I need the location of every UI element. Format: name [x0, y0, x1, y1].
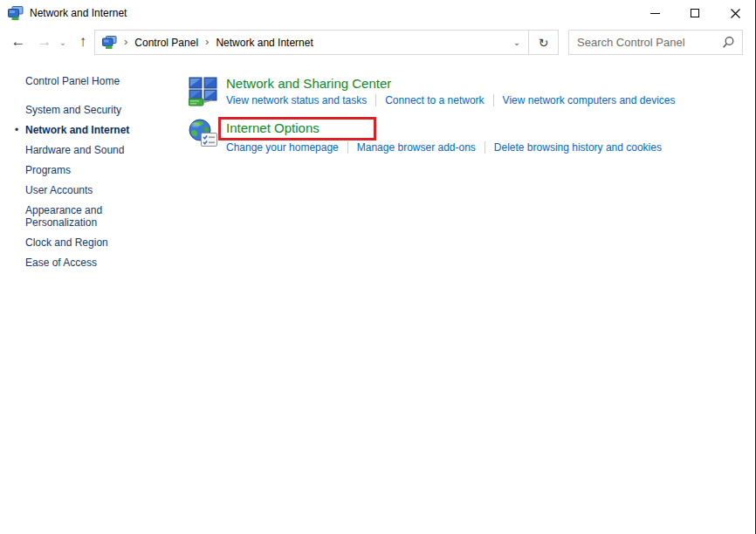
breadcrumb-control-panel[interactable]: Control Panel [134, 37, 198, 49]
network-sharing-center-icon[interactable] [189, 77, 218, 106]
back-button[interactable]: ← [7, 26, 30, 58]
active-bullet-icon: • [15, 124, 18, 136]
close-button[interactable] [715, 0, 755, 26]
sidebar-item-system-and-security[interactable]: System and Security [25, 104, 141, 116]
sidebar-item-ease-of-access[interactable]: Ease of Access [25, 257, 141, 269]
sidebar-item-hardware-and-sound[interactable]: Hardware and Sound [25, 144, 141, 156]
forward-button: → [33, 26, 56, 58]
link-separator [375, 94, 376, 106]
category-links: Change your homepage Manage browser add-… [226, 141, 662, 154]
up-button[interactable]: ↑ [72, 26, 94, 58]
link-separator [493, 94, 494, 106]
task-link-view-network-status[interactable]: View network status and tasks [226, 94, 367, 106]
magnifier-icon[interactable] [721, 36, 735, 50]
refresh-button[interactable]: ↻ [529, 31, 558, 54]
address-bar[interactable]: › Control Panel › Network and Internet ⌄… [94, 30, 559, 55]
sidebar-item-clock-and-region[interactable]: Clock and Region [25, 236, 141, 249]
sidebar: Control Panel Home System and Security •… [0, 58, 185, 277]
internet-options-icon[interactable] [189, 119, 218, 148]
address-dropdown-icon[interactable]: ⌄ [505, 38, 528, 47]
breadcrumb-chevron-icon: › [198, 35, 216, 48]
link-separator [347, 141, 348, 154]
sidebar-item-user-accounts[interactable]: User Accounts [25, 184, 141, 196]
sidebar-item-label: Network and Internet [25, 124, 129, 136]
task-link-connect-to-network[interactable]: Connect to a network [385, 94, 484, 106]
sidebar-item-programs[interactable]: Programs [25, 164, 141, 176]
sidebar-list: Control Panel Home System and Security •… [25, 75, 185, 269]
minimize-icon [650, 13, 660, 14]
sidebar-item-control-panel-home[interactable]: Control Panel Home [25, 75, 141, 87]
task-link-delete-browsing-history[interactable]: Delete browsing history and cookies [494, 141, 662, 154]
task-link-manage-addons[interactable]: Manage browser add-ons [357, 141, 476, 154]
breadcrumb-chevron-icon: › [117, 35, 134, 48]
category-links: View network status and tasks Connect to… [226, 94, 676, 106]
minimize-button[interactable] [635, 0, 675, 26]
network-places-icon [8, 6, 24, 20]
search-box[interactable]: Search Control Panel [568, 30, 743, 55]
navigation-bar: ← → ⌄ ↑ › Control Panel › Network and In… [0, 26, 755, 58]
category-title-network-and-sharing-center[interactable]: Network and Sharing Center [226, 75, 676, 92]
maximize-icon [691, 9, 699, 17]
task-link-view-network-computers[interactable]: View network computers and devices [503, 94, 676, 106]
close-icon [731, 9, 740, 18]
window-controls [635, 0, 755, 26]
control-panel-window: { "window": { "title": "Network and Inte… [0, 0, 756, 534]
category-network-and-sharing-center: Network and Sharing Center View network … [189, 75, 747, 106]
category-title-internet-options[interactable]: Internet Options [218, 117, 376, 140]
maximize-button[interactable] [675, 0, 715, 26]
window-title: Network and Internet [30, 7, 127, 19]
category-body: Internet Options Change your homepage Ma… [226, 117, 662, 154]
category-body: Network and Sharing Center View network … [226, 75, 676, 106]
search-placeholder: Search Control Panel [577, 36, 721, 49]
category-internet-options: Internet Options Change your homepage Ma… [189, 117, 747, 154]
sidebar-item-appearance-and-personalization[interactable]: Appearance and Personalization [25, 204, 141, 229]
recent-pages-dropdown[interactable]: ⌄ [56, 26, 70, 58]
main-content: Network and Sharing Center View network … [189, 75, 747, 164]
control-panel-icon [102, 36, 117, 49]
breadcrumb-network-and-internet[interactable]: Network and Internet [216, 37, 313, 49]
task-link-change-homepage[interactable]: Change your homepage [226, 141, 339, 154]
sidebar-item-network-and-internet[interactable]: •Network and Internet [25, 124, 141, 136]
title-bar: Network and Internet [0, 0, 755, 26]
link-separator [485, 141, 485, 154]
